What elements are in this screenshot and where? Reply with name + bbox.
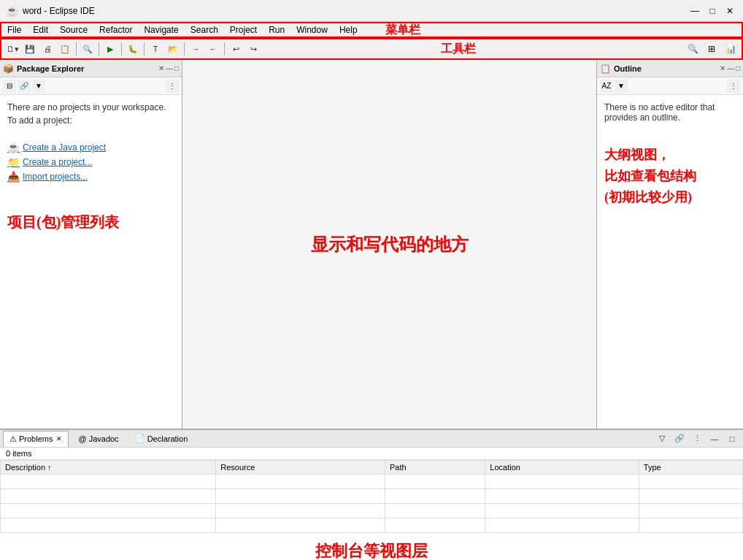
maximize-button[interactable]: □ (705, 4, 720, 18)
outline-view-menu-btn[interactable]: ▼ (615, 80, 628, 93)
toolbar-quick-search[interactable]: 🔍 (685, 41, 701, 57)
toolbar: 🗋▾ 💾 🖨 📋 🔍 ▶ 🐛 T 📂 → ← ↩ ↪ 工具栏 🔍 ⊞ 📊 (0, 38, 743, 60)
toolbar-search-btn[interactable]: 🔍 (80, 41, 96, 57)
menu-search[interactable]: Search (185, 23, 224, 37)
toolbar-view-btn[interactable]: 📊 (723, 41, 739, 57)
create-project-link[interactable]: 📁 Create a project... (7, 156, 174, 168)
tab-javadoc[interactable]: @ Javadoc (72, 431, 125, 447)
import-projects-link[interactable]: 📥 Import projects... (7, 171, 174, 183)
toolbar-separator-1 (76, 42, 77, 55)
bottom-max-btn[interactable]: □ (724, 431, 740, 447)
outline-content: There is no active editor that provides … (597, 95, 743, 429)
minimize-button[interactable]: — (688, 4, 702, 18)
outline-header: 📋 Outline ✕ — □ (597, 60, 743, 77)
upper-area: 📦 Package Explorer ✕ — □ ⊟ 🔗 ▼ ⋮ There a… (0, 60, 743, 429)
tab-declaration[interactable]: 📄 Declaration (128, 431, 195, 447)
col-description[interactable]: Description ↑ (1, 461, 216, 475)
package-explorer-toolbar: ⊟ 🔗 ▼ ⋮ (0, 77, 182, 95)
package-explorer-min-icon[interactable]: — (166, 64, 173, 72)
package-explorer-content: There are no projects in your workspace.… (0, 95, 182, 429)
col-path[interactable]: Path (385, 461, 485, 475)
project-icon: 📁 (7, 156, 20, 168)
pe-collapse-all-btn[interactable]: ⊟ (3, 80, 16, 93)
editor-area[interactable]: 显示和写代码的地方 (182, 60, 597, 429)
toolbar-separator-3 (121, 42, 122, 55)
close-button[interactable]: ✕ (723, 4, 737, 18)
bottom-view-menu-btn[interactable]: ⋮ (689, 431, 705, 447)
toolbar-open-resource-btn[interactable]: 📂 (165, 41, 181, 57)
bottom-panel-header: ⚠ Problems ✕ @ Javadoc 📄 Declaration ▽ 🔗… (0, 430, 743, 448)
import-projects-label: Import projects... (23, 172, 88, 182)
title-bar: ☕ word - Eclipse IDE — □ ✕ (0, 0, 743, 22)
javadoc-tab-label: Javadoc (89, 434, 119, 443)
menu-refactor[interactable]: Refactor (93, 23, 138, 37)
outline-close-icon[interactable]: ✕ (720, 64, 725, 72)
toolbar-print-btn[interactable]: 🖨 (39, 41, 55, 57)
bottom-item-count: 0 items (0, 448, 743, 460)
bottom-panel: ⚠ Problems ✕ @ Javadoc 📄 Declaration ▽ 🔗… (0, 429, 743, 560)
menu-file[interactable]: File (1, 23, 27, 37)
toolbar-annotation: 工具栏 (441, 42, 476, 57)
outline-settings-btn[interactable]: ⋮ (727, 80, 740, 93)
add-project-text: To add a project: (7, 115, 174, 126)
pe-settings-btn[interactable]: ⋮ (166, 80, 179, 93)
pe-view-menu-btn[interactable]: ▼ (32, 80, 45, 93)
col-resource[interactable]: Resource (216, 461, 385, 475)
menu-help[interactable]: Help (334, 23, 363, 37)
bottom-link-btn[interactable]: 🔗 (671, 431, 688, 447)
package-explorer-max-icon[interactable]: □ (174, 64, 179, 72)
col-type[interactable]: Type (639, 461, 742, 475)
package-explorer-title: Package Explorer (17, 64, 157, 73)
bottom-filter-btn[interactable]: ▽ (654, 431, 670, 447)
toolbar-separator-4 (144, 42, 145, 55)
toolbar-prev-btn[interactable]: ← (205, 41, 221, 57)
editor-annotation: 显示和写代码的地方 (311, 233, 469, 256)
toolbar-last-edit-btn[interactable]: ↩ (228, 41, 244, 57)
menu-navigate[interactable]: Navigate (138, 23, 184, 37)
window-title: word - Eclipse IDE (23, 6, 95, 16)
toolbar-redo-edit-btn[interactable]: ↪ (245, 41, 261, 57)
app-icon: ☕ (6, 5, 18, 17)
menu-source[interactable]: Source (54, 23, 93, 37)
toolbar-next-btn[interactable]: → (188, 41, 204, 57)
outline-min-icon[interactable]: — (727, 64, 734, 72)
toolbar-save-btn[interactable]: 💾 (22, 41, 38, 57)
toolbar-perspective-btn[interactable]: ⊞ (704, 41, 720, 57)
col-location[interactable]: Location (485, 461, 639, 475)
main-layout: 📦 Package Explorer ✕ — □ ⊟ 🔗 ▼ ⋮ There a… (0, 60, 743, 560)
tab-problems[interactable]: ⚠ Problems ✕ (3, 431, 69, 447)
bottom-annotation: 控制台等视图层 (0, 533, 743, 560)
outline-panel: 📋 Outline ✕ — □ AZ ▼ ⋮ There is no activ… (597, 60, 743, 429)
toolbar-run-btn[interactable]: ▶ (102, 41, 118, 57)
problems-tab-close[interactable]: ✕ (56, 435, 62, 442)
create-java-project-label: Create a Java project (23, 142, 106, 153)
table-row (1, 475, 743, 489)
outline-annotation: 大纲视图，比如查看包结构(初期比较少用) (604, 145, 736, 207)
pe-link-editor-btn[interactable]: 🔗 (18, 80, 31, 93)
package-explorer-icon: 📦 (3, 64, 14, 74)
declaration-tab-label: Declaration (147, 434, 188, 443)
toolbar-props-btn[interactable]: 📋 (57, 41, 73, 57)
outline-sort-btn[interactable]: AZ (600, 80, 613, 93)
toolbar-new-btn[interactable]: 🗋▾ (4, 41, 20, 57)
menu-annotation: 菜单栏 (385, 23, 420, 38)
create-java-project-link[interactable]: ☕ Create a Java project (7, 142, 174, 153)
table-row (1, 489, 743, 504)
menu-project[interactable]: Project (224, 23, 263, 37)
bottom-min-btn[interactable]: — (707, 431, 723, 447)
package-explorer-annotation: 项目(包)管理列表 (7, 212, 174, 232)
problems-tab-icon: ⚠ (9, 434, 17, 444)
menu-run[interactable]: Run (263, 23, 290, 37)
package-explorer-close-icon[interactable]: ✕ (158, 64, 164, 72)
no-projects-text: There are no projects in your workspace. (7, 102, 174, 112)
package-explorer-header: 📦 Package Explorer ✕ — □ (0, 60, 182, 77)
bottom-panel-toolbar: ▽ 🔗 ⋮ — □ (654, 431, 740, 447)
java-project-icon: ☕ (7, 142, 20, 153)
toolbar-open-type-btn[interactable]: T (147, 41, 163, 57)
toolbar-debug-btn[interactable]: 🐛 (125, 41, 141, 57)
import-icon: 📥 (7, 171, 20, 183)
toolbar-separator-6 (224, 42, 225, 55)
menu-edit[interactable]: Edit (27, 23, 54, 37)
outline-max-icon[interactable]: □ (736, 64, 740, 72)
menu-window[interactable]: Window (290, 23, 334, 37)
